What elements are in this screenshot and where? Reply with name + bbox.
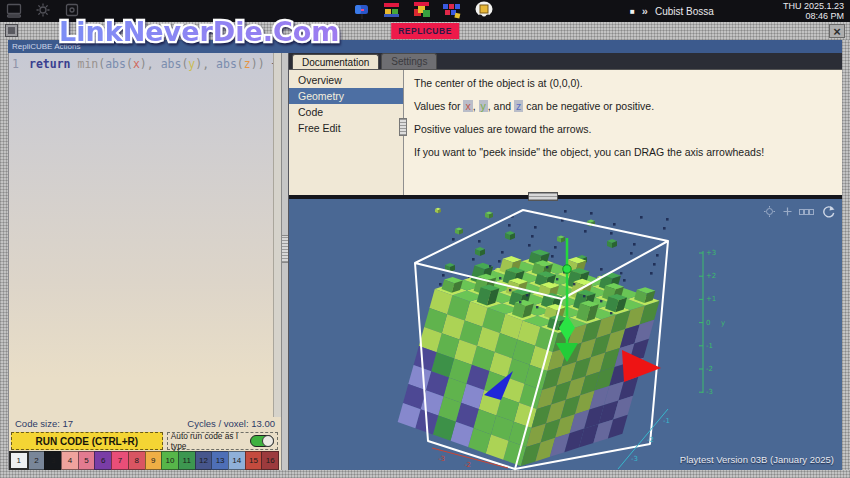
panel-divider-vertical[interactable] bbox=[281, 53, 289, 470]
scatter-dot bbox=[573, 283, 575, 285]
sidebar-item-code[interactable]: Code bbox=[289, 104, 403, 120]
x-axis-label: -3 bbox=[438, 455, 445, 463]
code-text: return min(abs(x), abs(y), abs(z)) + 10 bbox=[29, 57, 299, 71]
close-button[interactable]: × bbox=[829, 24, 845, 38]
scatter-dot bbox=[556, 278, 558, 280]
voxel-scene[interactable]: +3+2+10-1-2-3y-3-2-1-2-3 bbox=[289, 199, 842, 470]
divider-handle-icon[interactable] bbox=[282, 235, 288, 263]
sidebar-item-free-edit[interactable]: Free Edit bbox=[289, 120, 403, 136]
run-code-button[interactable]: RUN CODE (CTRL+R) bbox=[11, 432, 163, 450]
stats-row: Code size: 17 Cycles / voxel: 13.00 bbox=[9, 417, 281, 431]
text-segment: , bbox=[473, 100, 479, 112]
track-title: Cubist Bossa bbox=[655, 6, 714, 17]
reset-view-icon[interactable] bbox=[821, 205, 835, 218]
y-axis-label: -1 bbox=[706, 342, 713, 350]
code-size-label: Code size: 17 bbox=[15, 418, 73, 431]
voxel-viewport[interactable]: +3+2+10-1-2-3y-3-2-1-2-3 bbox=[289, 199, 842, 470]
scatter-dot bbox=[472, 258, 475, 261]
window-titlebar[interactable]: REPLICUBE × bbox=[0, 22, 850, 40]
doc-paragraph: Values for x, y, and z can be negative o… bbox=[414, 100, 832, 112]
cubes-icon[interactable] bbox=[412, 1, 432, 21]
scatter-dot bbox=[509, 289, 511, 291]
auto-run-toggle[interactable] bbox=[250, 435, 274, 447]
palette-swatch-1[interactable]: 1 bbox=[9, 451, 29, 470]
sidebar-splitter-handle[interactable] bbox=[399, 118, 407, 136]
palette-swatch-16[interactable]: 16 bbox=[261, 451, 279, 470]
palette-swatch-10[interactable]: 10 bbox=[161, 451, 179, 470]
scatter-dot bbox=[501, 251, 504, 254]
color-palette: 12345678910111213141516 bbox=[10, 451, 279, 470]
y-axis-label: +3 bbox=[706, 249, 716, 257]
version-label: Playtest Version 03B (January 2025) bbox=[680, 454, 834, 465]
code-editor-panel[interactable]: 1 return min(abs(x), abs(y), abs(z)) + 1… bbox=[8, 53, 281, 470]
palette-swatch-15[interactable]: 15 bbox=[245, 451, 263, 470]
palette-swatch-6[interactable]: 6 bbox=[94, 451, 112, 470]
doc-paragraph: If you want to "peek inside" the object,… bbox=[414, 146, 832, 158]
tab-settings[interactable]: Settings bbox=[381, 53, 437, 69]
scatter-dot bbox=[498, 260, 501, 263]
palette-swatch-8[interactable]: 8 bbox=[128, 451, 146, 470]
palette-swatch-12[interactable]: 12 bbox=[195, 451, 213, 470]
scatter-dot bbox=[584, 230, 587, 233]
x-axis-label: -2 bbox=[464, 461, 471, 469]
y-axis-label: +1 bbox=[706, 295, 716, 303]
cube-buddy-icon[interactable] bbox=[474, 1, 494, 21]
scatter-dot bbox=[526, 294, 528, 296]
now-playing[interactable]: ■ » Cubist Bossa bbox=[630, 0, 714, 22]
palette-swatch-7[interactable]: 7 bbox=[111, 451, 129, 470]
skip-icon[interactable]: » bbox=[642, 5, 648, 17]
palette-swatch-13[interactable]: 13 bbox=[211, 451, 229, 470]
palette-swatch-9[interactable]: 9 bbox=[145, 451, 163, 470]
panel-splitter-handle[interactable] bbox=[528, 192, 558, 201]
text-segment: ), bbox=[140, 57, 161, 71]
palette-swatch-3[interactable]: 3 bbox=[44, 451, 62, 470]
scatter-dot bbox=[583, 295, 585, 297]
code-line[interactable]: 1 return min(abs(x), abs(y), abs(z)) + 1… bbox=[9, 53, 281, 71]
swatch-number: 7 bbox=[118, 456, 122, 465]
settings-gear-icon[interactable] bbox=[35, 2, 51, 18]
palette-swatch-4[interactable]: 4 bbox=[61, 451, 79, 470]
text-segment: abs bbox=[105, 57, 126, 71]
auto-run-box[interactable]: Auto run code as I type bbox=[167, 432, 278, 450]
palette-swatch-2[interactable]: 2 bbox=[28, 451, 46, 470]
tab-documentation[interactable]: Documentation bbox=[292, 54, 379, 70]
capture-icon[interactable] bbox=[64, 2, 80, 18]
scatter-dot bbox=[610, 232, 613, 235]
scatter-dot bbox=[600, 300, 602, 302]
docs-content: The center of the object is at (0,0,0). … bbox=[404, 70, 842, 195]
sidebar-item-overview[interactable]: Overview bbox=[289, 72, 403, 88]
window-menu-icon[interactable] bbox=[5, 24, 18, 37]
tiles-icon[interactable] bbox=[442, 1, 464, 21]
mailbox-icon[interactable] bbox=[352, 1, 372, 21]
palette-swatch-11[interactable]: 11 bbox=[178, 451, 196, 470]
text-segment: , and bbox=[488, 100, 514, 112]
display-icon[interactable] bbox=[6, 2, 22, 18]
swatch-number: 4 bbox=[68, 456, 72, 465]
swatch-number: 11 bbox=[183, 456, 191, 465]
swatch-number: 9 bbox=[151, 456, 155, 465]
render-settings-icon[interactable] bbox=[763, 205, 776, 218]
z-axis-label: -2 bbox=[647, 436, 654, 444]
zoom-in-icon[interactable] bbox=[782, 206, 793, 217]
swatch-number: 10 bbox=[166, 456, 175, 465]
scatter-dot bbox=[531, 235, 534, 238]
text-segment: abs bbox=[161, 57, 182, 71]
palette-swatch-5[interactable]: 5 bbox=[78, 451, 96, 470]
y-axis-label: -3 bbox=[706, 388, 713, 396]
toggle-knob[interactable] bbox=[262, 435, 274, 447]
scatter-dot bbox=[508, 224, 511, 227]
window-border-bottom bbox=[0, 470, 850, 478]
scatter-dot bbox=[439, 283, 442, 286]
workshop-icon[interactable] bbox=[382, 1, 402, 21]
stop-icon[interactable]: ■ bbox=[630, 7, 635, 16]
sidebar-item-geometry[interactable]: Geometry bbox=[289, 88, 403, 104]
grid-icon[interactable] bbox=[799, 207, 815, 217]
scatter-dot bbox=[620, 272, 622, 274]
z-axis-label: -1 bbox=[663, 417, 670, 425]
palette-swatch-14[interactable]: 14 bbox=[228, 451, 246, 470]
swatch-number: 14 bbox=[232, 456, 241, 465]
y-axis-handle[interactable] bbox=[563, 265, 571, 273]
docs-tabstrip: DocumentationSettings bbox=[289, 53, 842, 69]
code-editor[interactable]: 1 return min(abs(x), abs(y), abs(z)) + 1… bbox=[9, 53, 281, 417]
editor-scrollbar[interactable] bbox=[273, 53, 281, 417]
